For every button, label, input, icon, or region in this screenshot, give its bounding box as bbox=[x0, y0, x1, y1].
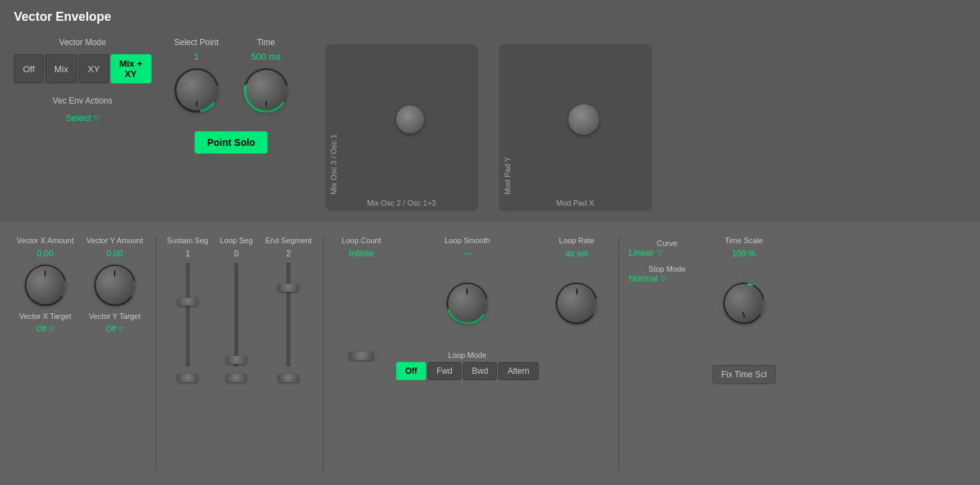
panel-title: Vector Envelope bbox=[14, 10, 111, 24]
vector-y-amount-knob[interactable] bbox=[92, 263, 138, 308]
loop-mode-bwd[interactable]: Bwd bbox=[463, 362, 497, 380]
end-segment-value: 2 bbox=[286, 249, 291, 258]
loop-seg-group: Loop Seg 0 bbox=[215, 236, 257, 382]
loop-seg-thumb[interactable] bbox=[226, 356, 247, 364]
xy-pad-1-label-y: Mix Osc 3 / Osc 1 bbox=[325, 44, 342, 195]
vector-x-target-value[interactable]: Off ▽ bbox=[36, 324, 54, 333]
loop-rate-knob[interactable] bbox=[554, 281, 599, 326]
time-label: Time bbox=[256, 38, 275, 47]
time-knob[interactable] bbox=[242, 66, 291, 115]
loop-count-value: Infinite bbox=[349, 249, 373, 258]
stop-mode-label: Stop Mode bbox=[629, 265, 705, 273]
sustain-seg-group: Sustain Seg 1 bbox=[167, 236, 209, 382]
vector-y-target-value[interactable]: Off ▽ bbox=[106, 324, 123, 333]
vector-y-amount-value: 0.00 bbox=[106, 249, 122, 258]
separator-1 bbox=[156, 236, 157, 471]
loop-count-group: Loop Count Infinite bbox=[334, 236, 389, 367]
loop-mode-off[interactable]: Off bbox=[396, 362, 426, 380]
vec-env-actions-select[interactable]: Select ▽ bbox=[66, 113, 99, 123]
sustain-seg-label: Sustain Seg bbox=[167, 236, 208, 245]
time-scale-group: Time Scale 100 % Fix Time Scl bbox=[712, 236, 776, 384]
end-segment-thumb-h[interactable] bbox=[278, 374, 299, 382]
vector-x-amount-group: Vector X Amount 0.00 Vector X Target Off… bbox=[14, 236, 76, 333]
loop-smooth-knob[interactable] bbox=[445, 281, 490, 326]
sustain-seg-slider[interactable] bbox=[186, 263, 190, 367]
curve-value[interactable]: Linear ▽ bbox=[629, 247, 705, 258]
end-segment-group: End Segment 2 bbox=[264, 236, 313, 382]
select-point-knob[interactable] bbox=[172, 66, 221, 115]
loop-smooth-label: Loop Smooth bbox=[445, 236, 490, 245]
curve-group: Curve Linear ▽ bbox=[629, 239, 705, 258]
loop-count-thumb[interactable] bbox=[349, 352, 374, 360]
loop-mode-altern[interactable]: Altern bbox=[498, 362, 538, 380]
loop-smooth-group: Loop Smooth --- Loop Mode Off Fwd Bwd Al… bbox=[396, 236, 539, 380]
vector-y-amount-label: Vector Y Amount bbox=[86, 236, 143, 245]
xy-pad-1-label-x: Mix Osc 2 / Osc 1+3 bbox=[325, 195, 478, 211]
vector-y-amount-group: Vector Y Amount 0.00 Vector Y Target Off… bbox=[83, 236, 146, 333]
time-group: Time 500 ms bbox=[242, 38, 291, 115]
curve-label: Curve bbox=[629, 239, 705, 247]
loop-count-label: Loop Count bbox=[342, 236, 382, 245]
time-scale-value: 100 % bbox=[732, 249, 756, 258]
vector-x-amount-value: 0.00 bbox=[37, 249, 53, 258]
xy-pad-1[interactable]: Mix Osc 3 / Osc 1 Mix Osc 2 / Osc 1+3 bbox=[325, 44, 478, 211]
chevron-down-icon-x: ▽ bbox=[49, 325, 54, 333]
loop-seg-thumb-h[interactable] bbox=[226, 374, 247, 382]
mode-btn-mix[interactable]: Mix bbox=[45, 54, 77, 83]
mode-btn-off[interactable]: Off bbox=[14, 54, 44, 83]
end-segment-label: End Segment bbox=[266, 236, 312, 245]
bottom-panel: Vector X Amount 0.00 Vector X Target Off… bbox=[0, 222, 980, 485]
vector-mode-buttons: Off Mix XY Mix +XY bbox=[14, 54, 152, 83]
chevron-down-icon-y: ▽ bbox=[118, 325, 124, 333]
vec-env-actions-label: Vec Env Actions bbox=[53, 96, 113, 106]
point-solo-button[interactable]: Point Solo bbox=[195, 131, 268, 154]
sustain-seg-value: 1 bbox=[186, 249, 190, 258]
time-scale-label: Time Scale bbox=[725, 236, 763, 245]
vector-mode-section: Vector Mode Off Mix XY Mix +XY Vec Env A… bbox=[14, 38, 152, 123]
time-value: 500 ms bbox=[251, 51, 281, 62]
time-scale-knob[interactable] bbox=[721, 281, 767, 326]
xy-pad-1-dot bbox=[396, 106, 424, 133]
chevron-down-icon: ▽ bbox=[94, 114, 99, 122]
loop-seg-value: 0 bbox=[234, 249, 239, 258]
loop-mode-fwd[interactable]: Fwd bbox=[427, 362, 462, 380]
xy-pad-2-label-x: Mod Pad X bbox=[499, 195, 652, 211]
separator-3 bbox=[618, 236, 619, 471]
vector-x-amount-knob[interactable] bbox=[23, 263, 68, 308]
stop-mode-group: Stop Mode Normal ▽ bbox=[629, 265, 705, 283]
loop-rate-group: Loop Rate as set bbox=[546, 236, 608, 326]
vector-mode-label: Vector Mode bbox=[59, 38, 106, 47]
loop-smooth-value: --- bbox=[463, 249, 471, 258]
xy-pad-2-label-y: Mod Pad Y bbox=[499, 44, 516, 195]
curve-chevron-icon: ▽ bbox=[657, 249, 662, 256]
xy-pad-2-dot bbox=[569, 104, 599, 135]
sustain-seg-thumb[interactable] bbox=[177, 297, 198, 306]
mode-btn-xy[interactable]: XY bbox=[79, 54, 108, 83]
mode-btn-mix-xy[interactable]: Mix +XY bbox=[111, 54, 152, 83]
loop-rate-label: Loop Rate bbox=[559, 236, 594, 245]
end-segment-slider[interactable] bbox=[286, 263, 291, 367]
select-point-value: 1 bbox=[194, 51, 199, 62]
separator-2 bbox=[322, 236, 324, 471]
loop-seg-label: Loop Seg bbox=[220, 236, 252, 245]
vector-y-target[interactable]: Vector Y Target bbox=[89, 312, 141, 320]
top-panel: Vector Envelope Vector Mode Off Mix XY M… bbox=[0, 0, 980, 222]
vector-x-target[interactable]: Vector X Target bbox=[19, 312, 71, 320]
curve-stop-group: Curve Linear ▽ Stop Mode Normal ▽ bbox=[629, 236, 705, 283]
end-segment-thumb[interactable] bbox=[278, 283, 299, 292]
loop-mode-label: Loop Mode bbox=[396, 351, 539, 359]
loop-rate-value: as set bbox=[566, 249, 588, 258]
sustain-seg-thumb-h[interactable] bbox=[177, 374, 198, 382]
select-point-label: Select Point bbox=[174, 38, 219, 47]
xy-pad-2[interactable]: Mod Pad Y Mod Pad X bbox=[499, 44, 652, 211]
stop-mode-chevron-icon: ▽ bbox=[661, 274, 667, 282]
stop-mode-value[interactable]: Normal ▽ bbox=[629, 273, 705, 283]
loop-seg-slider[interactable] bbox=[234, 263, 238, 367]
vector-x-amount-label: Vector X Amount bbox=[17, 236, 74, 245]
loop-mode-buttons: Off Fwd Bwd Altern bbox=[396, 362, 539, 380]
select-point-group: Select Point 1 bbox=[172, 38, 221, 115]
fix-time-scl-button[interactable]: Fix Time Scl bbox=[712, 365, 776, 384]
